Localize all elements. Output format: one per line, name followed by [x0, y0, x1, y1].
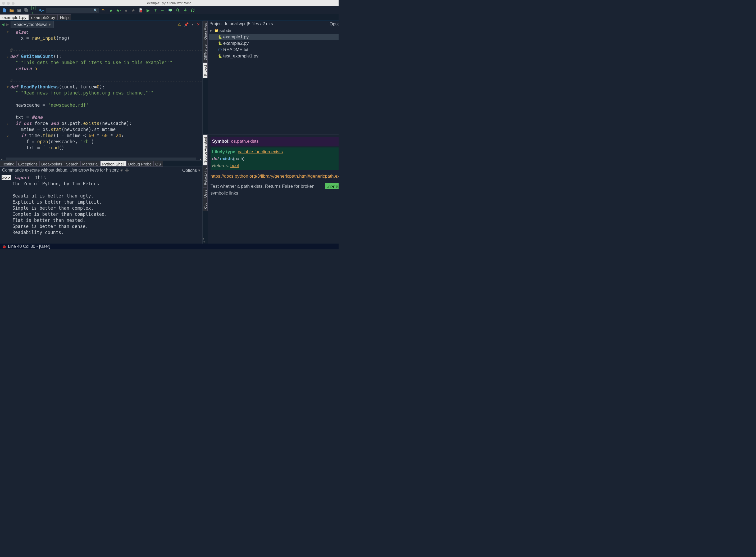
- sa-doc-link[interactable]: https://docs.python.org/3/library/generi…: [211, 173, 339, 180]
- project-header: Project: tutorial.wpr [5 files / 2 dirs: [210, 22, 273, 26]
- panel-resize-handle[interactable]: ▸◂: [202, 237, 205, 243]
- sa-type-row: Likely type: callable function exists de…: [211, 147, 339, 170]
- code-editor[interactable]: ▽ ▽ ▽ ▽ ▽ else: x = raw_input(msg) #----…: [0, 28, 202, 160]
- vtab-diff-merge[interactable]: Diff/Merge: [202, 42, 208, 63]
- scroll-right-icon[interactable]: ▶: [199, 156, 202, 161]
- editor-code-area[interactable]: else: x = raw_input(msg) #--------------…: [10, 28, 202, 160]
- scroll-left-icon[interactable]: ◀: [0, 156, 3, 161]
- status-text: Line 40 Col 30 - [User]: [8, 244, 50, 249]
- stop-debug-icon[interactable]: [138, 8, 144, 13]
- txt-icon: ⓘ: [218, 48, 222, 52]
- python-shell-panel: Commands execute without debug. Use arro…: [0, 167, 202, 243]
- sa-pep-badge: ✓PEP287: [325, 183, 339, 189]
- svg-point-3: [140, 10, 142, 12]
- project-panel: Project: tutorial.wpr [5 files / 2 dirs …: [208, 21, 339, 135]
- vtab-cod[interactable]: Cod: [202, 200, 208, 211]
- bottom-tab-breakpoints[interactable]: Breakpoints: [39, 161, 64, 167]
- pin-icon[interactable]: 📌: [184, 22, 189, 27]
- right-vertical-tabs-top: Open FilesDiff/MergeProject: [202, 21, 208, 135]
- sa-type-link[interactable]: callable function exists: [238, 149, 283, 154]
- toolbar-search-input[interactable]: [46, 8, 93, 12]
- zoom-icon[interactable]: [175, 8, 180, 13]
- new-file-icon[interactable]: [2, 8, 7, 13]
- tree-row-subdir[interactable]: ▶📁subdir: [209, 28, 339, 34]
- search-icon[interactable]: 🔍: [93, 8, 99, 12]
- svg-rect-6: [169, 9, 172, 11]
- bookmark-cursor-icon[interactable]: ★↖: [116, 8, 121, 13]
- project-options[interactable]: Options ▾: [329, 22, 339, 27]
- main-toolbar: |↓|↑ ↖• 🔍 AB ★ ★↖ ★ ★ ▶ →|: [0, 6, 339, 14]
- tree-row-example2-py[interactable]: 🐍example2.py: [209, 40, 339, 47]
- debug-console-icon[interactable]: [168, 8, 173, 13]
- symbol-selector[interactable]: ReadPythonNews ▾: [10, 21, 54, 28]
- nav-back-icon[interactable]: ◀: [2, 22, 4, 27]
- find-replace-icon[interactable]: AB: [101, 8, 106, 13]
- editor-gutter[interactable]: ▽ ▽ ▽ ▽ ▽: [0, 28, 10, 160]
- sa-description: Test whether a path exists. Returns Fals…: [211, 183, 322, 197]
- shell-add-icon[interactable]: ➕: [125, 168, 129, 172]
- shell-sun-icon[interactable]: ☀: [120, 168, 123, 172]
- svg-rect-0: [18, 9, 20, 10]
- bug-icon[interactable]: 🐞: [2, 244, 6, 248]
- symbol-selector-label: ReadPythonNews: [13, 22, 48, 27]
- editor-navbar: ◀ ▶ ReadPythonNews ▾ ⚠ 📌 ▾ ✕: [0, 21, 202, 28]
- svg-rect-5: [170, 12, 171, 12]
- options-menu-icon[interactable]: ▾: [192, 22, 194, 27]
- vtab-source-assistant[interactable]: Source Assistant: [202, 135, 208, 165]
- svg-point-7: [176, 9, 179, 11]
- toolbar-search[interactable]: 🔍: [46, 8, 99, 13]
- editor-tab-example1[interactable]: example1.py: [0, 14, 29, 20]
- vtab-project[interactable]: Project: [202, 63, 208, 78]
- bottom-tab-python-shell[interactable]: Python Shell: [100, 161, 126, 167]
- indentation-icon[interactable]: |↓|↑: [31, 8, 36, 13]
- sa-symbol-row: Symbol: os.path.exists: [211, 137, 339, 146]
- window-titlebar: example1.py: tutorial.wpr: Wing: [0, 0, 339, 6]
- bottom-tab-testing[interactable]: Testing: [0, 161, 17, 167]
- save-icon[interactable]: [17, 8, 22, 13]
- window-title: example1.py: tutorial.wpr: Wing: [0, 1, 339, 5]
- run-debug-icon[interactable]: ▶: [146, 8, 151, 13]
- open-file-icon[interactable]: [9, 8, 14, 13]
- save-all-icon[interactable]: [24, 8, 29, 13]
- py-icon: 🐍: [218, 54, 222, 58]
- shell-prompt: >>>: [2, 175, 11, 180]
- vtab-refactoring[interactable]: Refactoring: [202, 165, 208, 187]
- shell-output-text: The Zen of Python, by Tim Peters Beautif…: [2, 181, 107, 235]
- tree-row-test_example1-py[interactable]: 🐍test_example1.py: [209, 53, 339, 59]
- bottom-tab-debug-probe[interactable]: Debug Probe: [126, 161, 153, 167]
- goto-definition-icon[interactable]: ↖•: [39, 8, 44, 13]
- vtab-uses[interactable]: Uses: [202, 187, 208, 200]
- svg-rect-2: [102, 11, 105, 11]
- shell-output[interactable]: >>> import this The Zen of Python, by Ti…: [0, 174, 202, 243]
- project-tree[interactable]: ▶📁subdir🐍example1.py🐍example2.pyⓘREADME.…: [208, 27, 339, 135]
- bookmark-next-icon[interactable]: ★: [131, 8, 136, 13]
- bottom-tab-exceptions[interactable]: Exceptions: [17, 161, 39, 167]
- close-editor-icon[interactable]: ✕: [197, 22, 200, 27]
- sync-icon[interactable]: [190, 8, 195, 13]
- shell-options[interactable]: Options ▾: [182, 168, 200, 173]
- bottom-tab-search[interactable]: Search: [64, 161, 81, 167]
- editor-hscrollbar[interactable]: ◀ ▶: [0, 157, 202, 160]
- nav-forward-icon[interactable]: ▶: [6, 22, 9, 27]
- tree-row-example1-py[interactable]: 🐍example1.py: [209, 34, 339, 40]
- warning-icon[interactable]: ⚠: [178, 22, 181, 27]
- shell-hint: Commands execute without debug. Use arro…: [2, 168, 119, 173]
- editor-tab-bar: example1.py example2.py Help: [0, 14, 339, 21]
- vtab-open-files[interactable]: Open Files: [202, 21, 208, 42]
- bookmark-star-icon[interactable]: ★: [108, 8, 114, 13]
- download-icon[interactable]: [183, 8, 188, 13]
- svg-text:AB: AB: [102, 8, 104, 10]
- status-bar: 🐞 Line 40 Col 30 - [User]: [0, 243, 339, 250]
- sa-symbol-link[interactable]: os.path.exists: [231, 139, 258, 144]
- py-icon: 🐍: [218, 35, 222, 39]
- editor-tab-help[interactable]: Help: [57, 14, 71, 20]
- bottom-tab-os[interactable]: OS: [153, 161, 163, 167]
- editor-tab-example2[interactable]: example2.py: [29, 14, 58, 20]
- tree-row-README-txt[interactable]: ⓘREADME.txt: [209, 47, 339, 53]
- right-vertical-tabs-bottom: Source AssistantRefactoringUsesCod: [202, 135, 208, 243]
- step-over-icon[interactable]: [153, 8, 158, 13]
- sa-returns-link[interactable]: bool: [230, 163, 239, 168]
- bottom-tab-mercurial[interactable]: Mercurial: [81, 161, 100, 167]
- bookmark-prev-icon[interactable]: ★: [123, 8, 129, 13]
- step-into-icon[interactable]: →|: [160, 8, 166, 13]
